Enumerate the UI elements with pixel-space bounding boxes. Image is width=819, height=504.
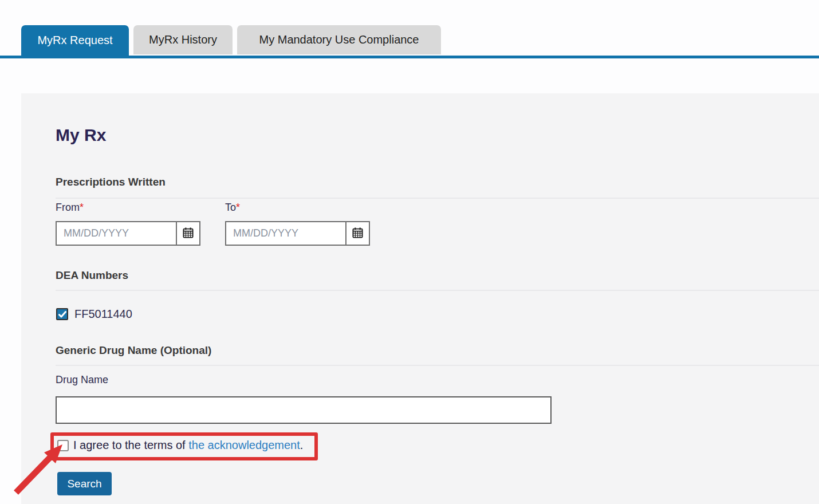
to-calendar-button[interactable] — [345, 222, 369, 245]
acknowledgement-row: I agree to the terms of the acknowledgem… — [57, 439, 303, 452]
divider — [56, 365, 819, 366]
tab-mandatory-use-compliance[interactable]: My Mandatory Use Compliance — [237, 25, 441, 54]
from-label: From* — [56, 202, 84, 214]
tab-myrx-history[interactable]: MyRx History — [133, 25, 233, 54]
page-title: My Rx — [56, 125, 106, 145]
divider — [56, 198, 819, 199]
required-asterisk: * — [80, 202, 84, 213]
tab-myrx-history-label: MyRx History — [149, 33, 217, 46]
to-label: To* — [225, 202, 240, 214]
section-header-prescriptions-written: Prescriptions Written — [56, 176, 166, 188]
acknowledgement-link[interactable]: the acknowledgement — [188, 439, 300, 451]
drug-name-label: Drug Name — [56, 374, 108, 386]
tab-myrx-request[interactable]: MyRx Request — [21, 25, 129, 56]
tab-myrx-request-label: MyRx Request — [37, 34, 112, 47]
required-asterisk: * — [236, 202, 240, 213]
to-date-input[interactable] — [226, 222, 345, 245]
calendar-icon — [183, 227, 194, 240]
drug-name-input[interactable] — [56, 396, 552, 424]
to-date-field — [225, 221, 370, 246]
from-date-field — [56, 221, 200, 246]
from-date-input[interactable] — [57, 222, 176, 245]
search-button[interactable]: Search — [57, 472, 112, 495]
dea-number-row: FF5011440 — [56, 308, 132, 321]
acknowledgement-text: I agree to the terms of the acknowledgem… — [73, 439, 303, 452]
section-header-dea-numbers: DEA Numbers — [56, 269, 128, 282]
section-header-generic-drug-name: Generic Drug Name (Optional) — [56, 344, 211, 357]
calendar-icon — [352, 227, 363, 240]
acknowledgement-checkbox[interactable] — [57, 440, 69, 451]
tab-underline — [0, 56, 819, 58]
dea-number-label: FF5011440 — [74, 308, 132, 321]
from-calendar-button[interactable] — [176, 222, 199, 245]
myrx-form-panel: My Rx Prescriptions Written From* To* — [21, 93, 819, 504]
dea-number-checkbox[interactable] — [56, 308, 68, 320]
divider — [56, 290, 819, 291]
checkmark-icon — [58, 308, 66, 321]
tab-mandatory-use-compliance-label: My Mandatory Use Compliance — [259, 33, 419, 46]
